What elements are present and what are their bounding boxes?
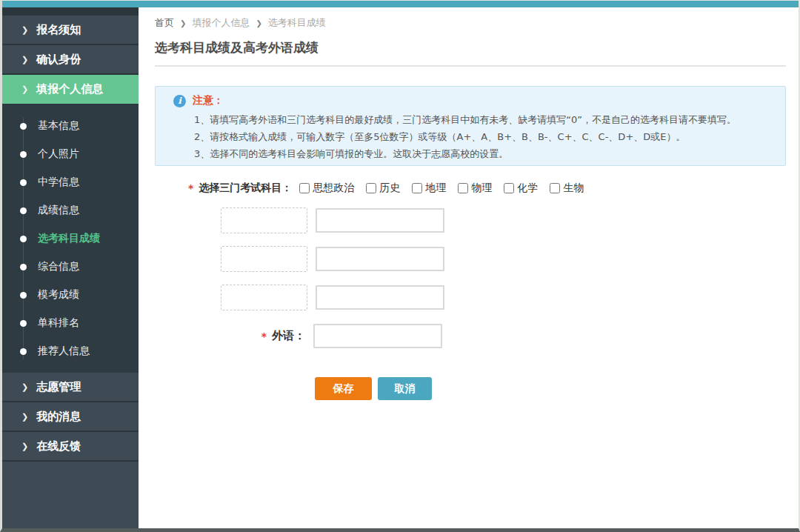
sidebar-item-online-feedback[interactable]: ❯ 在线反馈 [2, 432, 139, 462]
checkbox-label: 生物 [563, 182, 584, 195]
checkbox-geography[interactable] [412, 183, 422, 193]
breadcrumb: 首页 ❯ 填报个人信息 ❯ 选考科目成绩 [155, 16, 786, 30]
subject-option-history[interactable]: 历史 [366, 182, 400, 195]
bullet-icon [20, 151, 27, 158]
subject-score-input-2[interactable] [316, 247, 444, 271]
sidebar-item-my-messages[interactable]: ❯ 我的消息 [2, 402, 139, 432]
subject-name-input-2[interactable] [221, 246, 307, 272]
sidebar-subitem-label: 中学信息 [38, 176, 79, 189]
score-row-1 [221, 207, 786, 233]
required-marker: * [188, 182, 193, 194]
sidebar-item-fill-personal-info[interactable]: ❯ 填报个人信息 [2, 75, 139, 104]
bullet-icon [20, 320, 27, 327]
checkbox-physics[interactable] [458, 183, 468, 193]
breadcrumb-home[interactable]: 首页 [155, 16, 174, 30]
checkbox-label: 历史 [379, 182, 400, 195]
main-content: 首页 ❯ 填报个人信息 ❯ 选考科目成绩 选考科目成绩及高考外语成绩 i 注意：… [139, 7, 799, 528]
sidebar-subitem-recommender-info[interactable]: 推荐人信息 [2, 337, 139, 365]
foreign-language-input[interactable] [313, 324, 442, 348]
foreign-language-label: 外语： [272, 329, 305, 343]
subject-option-physics[interactable]: 物理 [458, 182, 492, 195]
checkbox-politics[interactable] [299, 183, 310, 193]
info-icon: i [173, 95, 186, 107]
sidebar-subpanel-personal-info: 基本信息 个人照片 中学信息 成绩信息 选考科目成绩 综合信息 模考成绩 单科 [2, 104, 139, 373]
required-marker: * [261, 330, 267, 342]
bullet-icon [20, 264, 27, 270]
sidebar-item-label: 在线反馈 [36, 439, 81, 453]
sidebar-subitem-comprehensive-info[interactable]: 综合信息 [2, 253, 139, 281]
bullet-icon [20, 292, 27, 299]
title-divider [155, 65, 786, 67]
chevron-right-icon: ❯ [21, 25, 28, 35]
bullet-icon [20, 179, 27, 186]
chevron-right-icon: ❯ [21, 442, 28, 451]
sidebar-top-gap [2, 7, 139, 16]
subject-option-politics[interactable]: 思想政治 [299, 182, 354, 195]
checkbox-chemistry[interactable] [504, 183, 514, 193]
checkbox-label: 地理 [425, 182, 446, 195]
sidebar-item-label: 志愿管理 [36, 380, 81, 394]
subject-option-chemistry[interactable]: 化学 [504, 182, 538, 195]
sidebar-item-confirm-identity[interactable]: ❯ 确认身份 [2, 45, 139, 75]
top-accent-bar [2, 1, 799, 7]
sidebar-nav: ❯ 报名须知 ❯ 确认身份 ❯ 填报个人信息 基本信息 个人照片 中学信息 成绩… [2, 7, 139, 528]
subject-option-biology[interactable]: 生物 [550, 182, 584, 195]
breadcrumb-separator-icon: ❯ [180, 19, 186, 27]
sidebar-subitem-score-info[interactable]: 成绩信息 [2, 196, 139, 225]
sidebar-subitem-basic-info[interactable]: 基本信息 [2, 112, 139, 140]
notice-line-2: 2、请按格式输入成绩，可输入数字（至多5位数字）或等级（A+、A、B+、B、B-… [194, 128, 778, 145]
sidebar-item-label: 报名须知 [36, 23, 81, 37]
page-title: 选考科目成绩及高考外语成绩 [155, 39, 786, 56]
bullet-icon [20, 348, 27, 355]
chevron-right-icon: ❯ [21, 382, 28, 392]
breadcrumb-elective-subject-scores: 选考科目成绩 [268, 16, 326, 30]
chevron-right-icon: ❯ [21, 84, 28, 94]
sidebar-subitem-personal-photo[interactable]: 个人照片 [2, 140, 139, 168]
sidebar-subitem-label: 个人照片 [38, 147, 79, 161]
notice-line-1: 1、请填写高考外语和三门选考科目的最好成绩，三门选考科目中如有未考、缺考请填写“… [194, 111, 778, 128]
subject-score-input-1[interactable] [316, 208, 444, 233]
sidebar-subitem-label: 选考科目成绩 [38, 232, 100, 245]
form-buttons-row: 保存 取消 [315, 377, 786, 400]
notice-title: 注意： [193, 94, 224, 107]
bullet-icon [20, 207, 27, 214]
sidebar-filler [2, 462, 139, 528]
notice-line-3: 3、选择不同的选考科目会影响可填报的专业。这取决于志愿高校的设置。 [194, 145, 778, 162]
subject-option-geography[interactable]: 地理 [412, 182, 446, 195]
chevron-right-icon: ❯ [21, 55, 28, 64]
sidebar-subitem-label: 模考成绩 [38, 288, 79, 302]
subjects-select-row: * 选择三门考试科目： 思想政治 历史 地理 物理 化学 [188, 182, 786, 195]
checkbox-label: 思想政治 [313, 182, 354, 195]
checkbox-history[interactable] [366, 183, 376, 193]
breadcrumb-separator-icon: ❯ [256, 19, 261, 27]
subject-score-input-3[interactable] [316, 285, 444, 310]
foreign-language-row: * 外语： [155, 323, 786, 349]
checkbox-label: 物理 [471, 182, 492, 195]
bullet-icon [20, 236, 27, 242]
sidebar-subitem-middle-school-info[interactable]: 中学信息 [2, 168, 139, 196]
notice-box: i 注意： 1、请填写高考外语和三门选考科目的最好成绩，三门选考科目中如有未考、… [155, 86, 786, 166]
subjects-label: 选择三门考试科目： [199, 182, 292, 195]
sidebar-item-registration-notice[interactable]: ❯ 报名须知 [2, 16, 139, 45]
sidebar-subitem-label: 综合信息 [38, 260, 79, 273]
subject-checkbox-groups: 思想政治 历史 地理 物理 化学 生物 [299, 182, 584, 195]
checkbox-biology[interactable] [550, 183, 560, 193]
sidebar-item-label: 我的消息 [36, 410, 81, 424]
save-button[interactable]: 保存 [315, 377, 372, 400]
bullet-icon [20, 123, 27, 130]
sidebar-subitem-label: 基本信息 [38, 119, 79, 133]
sidebar-subitem-single-subject-ranking[interactable]: 单科排名 [2, 309, 139, 337]
sidebar-item-label: 确认身份 [36, 53, 81, 67]
subject-name-input-3[interactable] [221, 285, 307, 310]
sidebar-subitem-elective-subject-scores[interactable]: 选考科目成绩 [2, 225, 139, 253]
sidebar-item-application-management[interactable]: ❯ 志愿管理 [2, 373, 139, 402]
sidebar-subitem-label: 单科排名 [38, 316, 79, 330]
score-row-2 [221, 246, 786, 272]
chevron-right-icon: ❯ [21, 412, 28, 422]
cancel-button[interactable]: 取消 [378, 377, 432, 400]
checkbox-label: 化学 [517, 182, 538, 195]
subject-name-input-1[interactable] [221, 207, 307, 233]
sidebar-subitem-mock-exam-scores[interactable]: 模考成绩 [2, 281, 139, 309]
breadcrumb-fill-personal-info[interactable]: 填报个人信息 [192, 16, 250, 30]
score-row-3 [221, 285, 786, 310]
